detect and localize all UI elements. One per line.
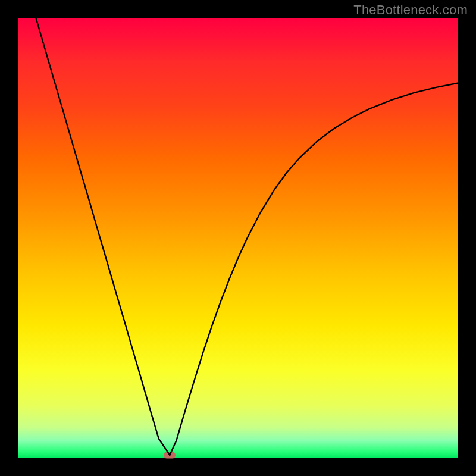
bottleneck-curve [18,18,458,458]
watermark-text: TheBottleneck.com [353,2,468,18]
chart-plot-area [18,18,458,458]
